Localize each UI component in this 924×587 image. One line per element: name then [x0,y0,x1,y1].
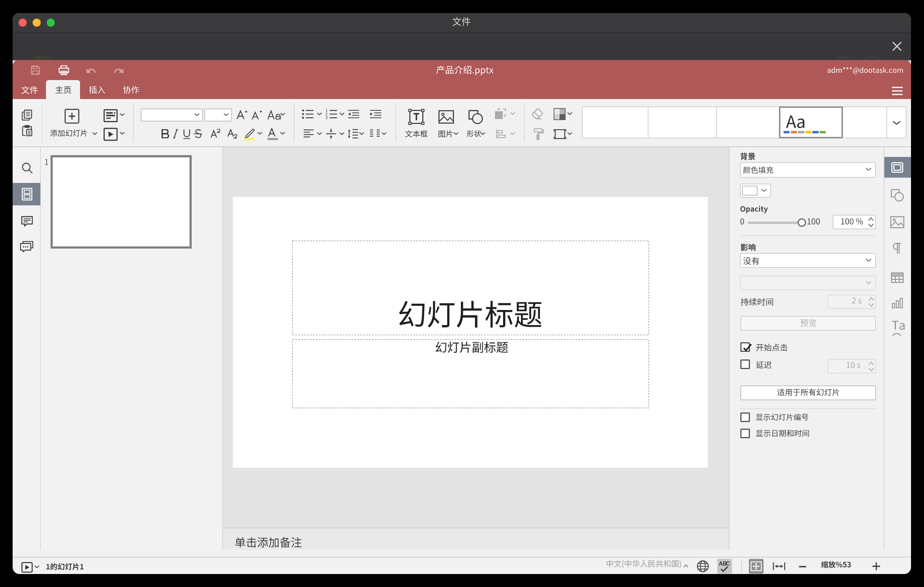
svg-text:3: 3 [325,115,328,119]
svg-text:C: C [726,561,730,567]
